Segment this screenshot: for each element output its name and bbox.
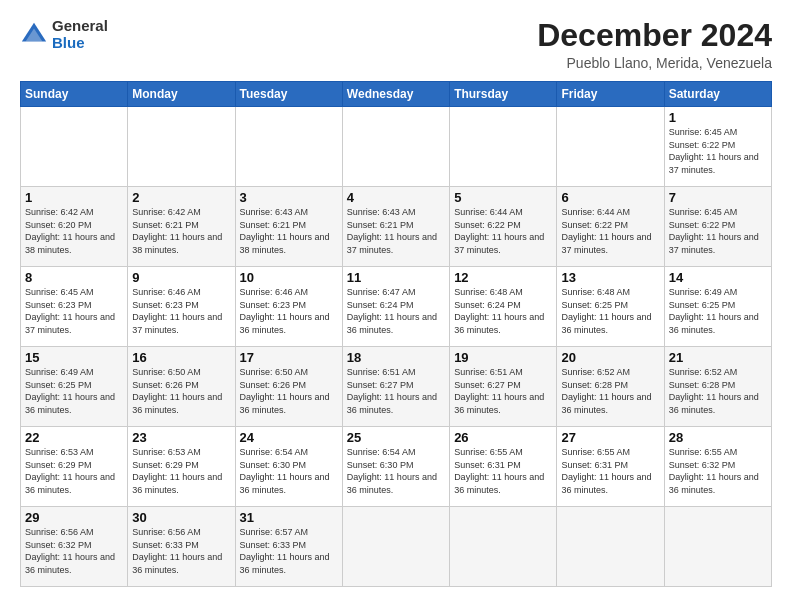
calendar-cell (21, 107, 128, 187)
day-info: Sunrise: 6:48 AMSunset: 6:24 PMDaylight:… (454, 287, 544, 335)
calendar-cell: 12Sunrise: 6:48 AMSunset: 6:24 PMDayligh… (450, 267, 557, 347)
day-info: Sunrise: 6:45 AMSunset: 6:22 PMDaylight:… (669, 207, 759, 255)
day-info: Sunrise: 6:46 AMSunset: 6:23 PMDaylight:… (132, 287, 222, 335)
day-info: Sunrise: 6:44 AMSunset: 6:22 PMDaylight:… (454, 207, 544, 255)
day-info: Sunrise: 6:50 AMSunset: 6:26 PMDaylight:… (240, 367, 330, 415)
calendar-cell: 7Sunrise: 6:45 AMSunset: 6:22 PMDaylight… (664, 187, 771, 267)
day-number: 29 (25, 510, 123, 525)
calendar-cell (235, 107, 342, 187)
logo-text: General Blue (52, 18, 108, 51)
day-info: Sunrise: 6:54 AMSunset: 6:30 PMDaylight:… (240, 447, 330, 495)
day-number: 7 (669, 190, 767, 205)
calendar-header-row: SundayMondayTuesdayWednesdayThursdayFrid… (21, 82, 772, 107)
col-header-wednesday: Wednesday (342, 82, 449, 107)
col-header-sunday: Sunday (21, 82, 128, 107)
day-info: Sunrise: 6:43 AMSunset: 6:21 PMDaylight:… (347, 207, 437, 255)
col-header-monday: Monday (128, 82, 235, 107)
calendar-cell: 23Sunrise: 6:53 AMSunset: 6:29 PMDayligh… (128, 427, 235, 507)
day-number: 12 (454, 270, 552, 285)
day-info: Sunrise: 6:42 AMSunset: 6:21 PMDaylight:… (132, 207, 222, 255)
day-info: Sunrise: 6:56 AMSunset: 6:33 PMDaylight:… (132, 527, 222, 575)
day-number: 26 (454, 430, 552, 445)
calendar-cell: 22Sunrise: 6:53 AMSunset: 6:29 PMDayligh… (21, 427, 128, 507)
calendar-cell: 1Sunrise: 6:45 AMSunset: 6:22 PMDaylight… (664, 107, 771, 187)
calendar-cell (557, 107, 664, 187)
day-number: 11 (347, 270, 445, 285)
calendar-cell: 28Sunrise: 6:55 AMSunset: 6:32 PMDayligh… (664, 427, 771, 507)
day-number: 19 (454, 350, 552, 365)
calendar-cell: 14Sunrise: 6:49 AMSunset: 6:25 PMDayligh… (664, 267, 771, 347)
logo-blue-text: Blue (52, 35, 108, 52)
day-info: Sunrise: 6:45 AMSunset: 6:22 PMDaylight:… (669, 127, 759, 175)
calendar-week-row: 1Sunrise: 6:42 AMSunset: 6:20 PMDaylight… (21, 187, 772, 267)
calendar-cell: 26Sunrise: 6:55 AMSunset: 6:31 PMDayligh… (450, 427, 557, 507)
day-number: 5 (454, 190, 552, 205)
calendar-cell: 2Sunrise: 6:42 AMSunset: 6:21 PMDaylight… (128, 187, 235, 267)
day-info: Sunrise: 6:49 AMSunset: 6:25 PMDaylight:… (669, 287, 759, 335)
calendar-cell: 18Sunrise: 6:51 AMSunset: 6:27 PMDayligh… (342, 347, 449, 427)
day-info: Sunrise: 6:43 AMSunset: 6:21 PMDaylight:… (240, 207, 330, 255)
day-info: Sunrise: 6:52 AMSunset: 6:28 PMDaylight:… (561, 367, 651, 415)
day-number: 4 (347, 190, 445, 205)
day-number: 9 (132, 270, 230, 285)
day-number: 14 (669, 270, 767, 285)
calendar-cell: 27Sunrise: 6:55 AMSunset: 6:31 PMDayligh… (557, 427, 664, 507)
day-number: 15 (25, 350, 123, 365)
col-header-tuesday: Tuesday (235, 82, 342, 107)
day-number: 18 (347, 350, 445, 365)
calendar-table: SundayMondayTuesdayWednesdayThursdayFrid… (20, 81, 772, 587)
calendar-week-row: 15Sunrise: 6:49 AMSunset: 6:25 PMDayligh… (21, 347, 772, 427)
day-info: Sunrise: 6:51 AMSunset: 6:27 PMDaylight:… (347, 367, 437, 415)
calendar-cell: 16Sunrise: 6:50 AMSunset: 6:26 PMDayligh… (128, 347, 235, 427)
day-info: Sunrise: 6:52 AMSunset: 6:28 PMDaylight:… (669, 367, 759, 415)
calendar-cell: 11Sunrise: 6:47 AMSunset: 6:24 PMDayligh… (342, 267, 449, 347)
day-number: 21 (669, 350, 767, 365)
day-number: 16 (132, 350, 230, 365)
day-info: Sunrise: 6:50 AMSunset: 6:26 PMDaylight:… (132, 367, 222, 415)
day-number: 27 (561, 430, 659, 445)
calendar-cell: 8Sunrise: 6:45 AMSunset: 6:23 PMDaylight… (21, 267, 128, 347)
day-info: Sunrise: 6:57 AMSunset: 6:33 PMDaylight:… (240, 527, 330, 575)
day-info: Sunrise: 6:45 AMSunset: 6:23 PMDaylight:… (25, 287, 115, 335)
page: General Blue December 2024 Pueblo Llano,… (0, 0, 792, 612)
day-info: Sunrise: 6:48 AMSunset: 6:25 PMDaylight:… (561, 287, 651, 335)
col-header-saturday: Saturday (664, 82, 771, 107)
day-number: 22 (25, 430, 123, 445)
calendar-cell (342, 507, 449, 587)
calendar-cell (342, 107, 449, 187)
col-header-thursday: Thursday (450, 82, 557, 107)
calendar-cell: 17Sunrise: 6:50 AMSunset: 6:26 PMDayligh… (235, 347, 342, 427)
calendar-cell: 19Sunrise: 6:51 AMSunset: 6:27 PMDayligh… (450, 347, 557, 427)
calendar-cell: 31Sunrise: 6:57 AMSunset: 6:33 PMDayligh… (235, 507, 342, 587)
day-number: 17 (240, 350, 338, 365)
calendar-cell: 3Sunrise: 6:43 AMSunset: 6:21 PMDaylight… (235, 187, 342, 267)
day-number: 20 (561, 350, 659, 365)
day-number: 6 (561, 190, 659, 205)
calendar-cell: 4Sunrise: 6:43 AMSunset: 6:21 PMDaylight… (342, 187, 449, 267)
calendar-cell: 6Sunrise: 6:44 AMSunset: 6:22 PMDaylight… (557, 187, 664, 267)
calendar-cell (557, 507, 664, 587)
day-info: Sunrise: 6:42 AMSunset: 6:20 PMDaylight:… (25, 207, 115, 255)
header: General Blue December 2024 Pueblo Llano,… (20, 18, 772, 71)
day-info: Sunrise: 6:55 AMSunset: 6:31 PMDaylight:… (454, 447, 544, 495)
calendar-cell: 1Sunrise: 6:42 AMSunset: 6:20 PMDaylight… (21, 187, 128, 267)
day-info: Sunrise: 6:53 AMSunset: 6:29 PMDaylight:… (132, 447, 222, 495)
day-number: 1 (669, 110, 767, 125)
logo-icon (20, 21, 48, 49)
calendar-cell: 9Sunrise: 6:46 AMSunset: 6:23 PMDaylight… (128, 267, 235, 347)
calendar-cell: 30Sunrise: 6:56 AMSunset: 6:33 PMDayligh… (128, 507, 235, 587)
calendar-cell (450, 107, 557, 187)
calendar-cell (128, 107, 235, 187)
day-info: Sunrise: 6:54 AMSunset: 6:30 PMDaylight:… (347, 447, 437, 495)
calendar-cell (664, 507, 771, 587)
calendar-cell: 25Sunrise: 6:54 AMSunset: 6:30 PMDayligh… (342, 427, 449, 507)
day-info: Sunrise: 6:53 AMSunset: 6:29 PMDaylight:… (25, 447, 115, 495)
day-number: 13 (561, 270, 659, 285)
day-number: 1 (25, 190, 123, 205)
calendar-cell: 24Sunrise: 6:54 AMSunset: 6:30 PMDayligh… (235, 427, 342, 507)
calendar-cell: 29Sunrise: 6:56 AMSunset: 6:32 PMDayligh… (21, 507, 128, 587)
calendar-cell: 5Sunrise: 6:44 AMSunset: 6:22 PMDaylight… (450, 187, 557, 267)
calendar-cell: 10Sunrise: 6:46 AMSunset: 6:23 PMDayligh… (235, 267, 342, 347)
day-number: 23 (132, 430, 230, 445)
day-number: 25 (347, 430, 445, 445)
